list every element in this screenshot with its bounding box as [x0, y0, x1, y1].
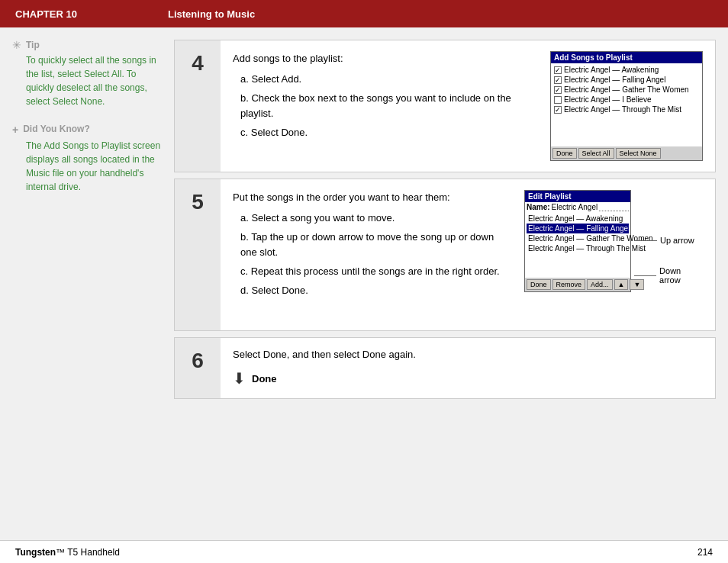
step-6-text: Select Done, and then select Done again.… — [233, 349, 416, 388]
up-arrow-callout: Up arrow — [634, 236, 694, 245]
main-content: ✳ Tip To quickly select all the songs in… — [0, 27, 728, 540]
step-4-sub-b: b. Check the box next to the songs you w… — [240, 91, 538, 123]
did-you-know-section: + Did You Know? The Add Songs to Playlis… — [12, 124, 165, 194]
down-arrow-label: Down arrow — [659, 266, 703, 285]
page-header: CHAPTER 10 Listening to Music — [0, 0, 728, 27]
name-field-label: Name: — [527, 203, 550, 211]
list-item: Electric Angel — I Believe — [552, 95, 701, 105]
tip-header: ✳ Tip — [12, 40, 165, 50]
plus-icon: + — [12, 124, 18, 136]
step-5-sub-c: c. Repeat this process until the songs a… — [240, 264, 512, 280]
page-number: 214 — [697, 547, 713, 558]
list-item: Electric Angel — Awakening — [527, 214, 629, 224]
step-6-card: 6 Select Done, and then select Done agai… — [174, 337, 716, 399]
checkbox-4[interactable] — [554, 96, 562, 104]
list-item: Electric Angel — Gather The Women — [527, 233, 629, 243]
edit-playlist-title-bar: Edit Playlist — [525, 191, 630, 202]
select-all-button[interactable]: Select All — [578, 148, 614, 159]
step-5-number: 5 — [175, 179, 221, 330]
page-footer: Tungsten™ T5 Handheld 214 — [0, 540, 728, 563]
edit-playlist-button-row: Done Remove Add... ▲ ▼ — [525, 278, 630, 291]
step-5-sub-d: d. Select Done. — [240, 283, 512, 299]
step-6-content: Select Done, and then select Done again.… — [221, 338, 715, 398]
edit-playlist-screenshot: Edit Playlist Name: Electric Angel Elect… — [524, 190, 631, 292]
step-4-text: Add songs to the playlist: a. Select Add… — [233, 51, 538, 161]
list-item: Electric Angel — Through The Mist — [527, 243, 629, 253]
step-6-instruction: Select Done, and then select Done again. — [233, 349, 416, 360]
step-4-sub-a: a. Select Add. — [240, 72, 538, 88]
down-arrow-callout: Down arrow — [634, 266, 703, 285]
list-item: ✓ Electric Angel — Through The Mist — [552, 105, 701, 114]
step-5-content: Put the songs in the order you want to h… — [221, 179, 715, 330]
tip-text: To quickly select all the songs in the l… — [12, 53, 165, 108]
up-arrow-label: Up arrow — [660, 236, 694, 245]
step-6-number: 6 — [175, 338, 221, 398]
checkbox-2[interactable]: ✓ — [554, 76, 562, 84]
dyk-header: + Did You Know? — [12, 124, 165, 136]
step-5-sub-b: b. Tap the up or down arrow to move the … — [240, 230, 512, 262]
step-5-image-area: Edit Playlist Name: Electric Angel Elect… — [524, 190, 703, 320]
add-songs-button-row: Done Select All Select None — [551, 146, 702, 160]
step-5-card: 5 Put the songs in the order you want to… — [174, 179, 716, 331]
step-4-title: Add songs to the playlist: — [233, 51, 538, 67]
callout-area: Up arrow Down arrow — [634, 228, 703, 320]
list-item-selected: Electric Angel — Falling Angel — [527, 224, 629, 233]
name-field-value: Electric Angel — [552, 203, 598, 211]
add-songs-list: ✓ Electric Angel — Awakening ✓ Electric … — [551, 63, 702, 116]
step-5-title: Put the songs in the order you want to h… — [233, 190, 512, 206]
list-item: ✓ Electric Angel — Gather The Women — [552, 85, 701, 95]
dyk-label: Did You Know? — [23, 124, 90, 134]
chapter-title: Listening to Music — [168, 8, 255, 20]
edit-playlist-list: Electric Angel — Awakening Electric Ange… — [525, 212, 630, 255]
select-none-button[interactable]: Select None — [616, 148, 661, 159]
step-4-image: Add Songs to Playlist ✓ Electric Angel —… — [550, 51, 703, 161]
add-button[interactable]: Add... — [587, 279, 613, 290]
tip-icon: ✳ — [12, 40, 21, 50]
checkbox-5[interactable]: ✓ — [554, 106, 562, 114]
brand-name: Tungsten — [15, 547, 56, 558]
add-songs-screenshot: Add Songs to Playlist ✓ Electric Angel —… — [550, 51, 703, 161]
step-4-sub-c: c. Select Done. — [240, 125, 538, 141]
done-button-4[interactable]: Done — [552, 148, 577, 159]
checkbox-1[interactable]: ✓ — [554, 66, 562, 74]
remove-button[interactable]: Remove — [552, 279, 586, 290]
step-4-content: Add songs to the playlist: a. Select Add… — [221, 40, 715, 172]
down-arrow-icon: ⬇ — [233, 369, 246, 388]
done-button-label: Done — [252, 373, 277, 384]
chapter-label: CHAPTER 10 — [15, 8, 168, 20]
checkbox-3[interactable]: ✓ — [554, 86, 562, 94]
tip-label: Tip — [26, 40, 40, 50]
footer-brand-area: Tungsten™ T5 Handheld — [15, 547, 120, 558]
list-item: ✓ Electric Angel — Awakening — [552, 65, 701, 75]
done-arrow-row: ⬇ Done — [233, 369, 416, 388]
step-4-number: 4 — [175, 40, 221, 172]
name-field-row: Name: Electric Angel — [525, 202, 630, 212]
tip-section: ✳ Tip To quickly select all the songs in… — [12, 40, 165, 108]
dyk-text: The Add Songs to Playlist screen display… — [12, 139, 165, 194]
step-5-text: Put the songs in the order you want to h… — [233, 190, 512, 320]
sidebar: ✳ Tip To quickly select all the songs in… — [12, 40, 165, 528]
model-name: T5 Handheld — [67, 547, 120, 558]
list-item: ✓ Electric Angel — Falling Angel — [552, 75, 701, 85]
steps-area: 4 Add songs to the playlist: a. Select A… — [174, 40, 716, 528]
step-4-card: 4 Add songs to the playlist: a. Select A… — [174, 40, 716, 172]
up-arrow-button[interactable]: ▲ — [614, 279, 629, 290]
add-songs-title-bar: Add Songs to Playlist — [551, 52, 702, 63]
done-button-5[interactable]: Done — [527, 279, 551, 290]
trademark: ™ — [56, 547, 65, 558]
step-5-sub-a: a. Select a song you want to move. — [240, 211, 512, 227]
